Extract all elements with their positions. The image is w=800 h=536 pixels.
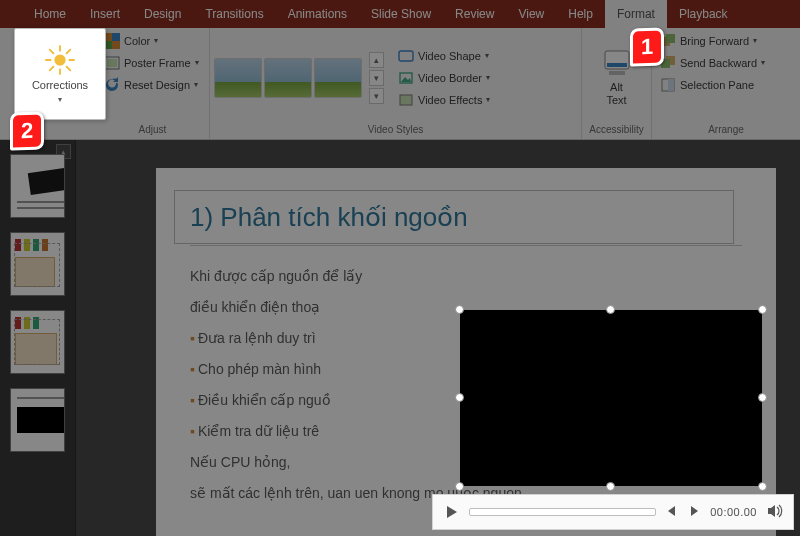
tab-insert[interactable]: Insert: [78, 0, 132, 28]
annotation-badge-1: 1: [630, 28, 666, 68]
tab-view[interactable]: View: [506, 0, 556, 28]
alt-text-icon: [603, 49, 631, 77]
slide-thumbnail[interactable]: [10, 388, 65, 452]
step-back-button[interactable]: [666, 505, 678, 519]
gallery-scroll[interactable]: ▴▾▾: [368, 52, 384, 104]
slide-thumbnails-panel: ▴: [0, 140, 76, 536]
style-preset[interactable]: [314, 58, 362, 98]
svg-rect-1: [112, 33, 120, 41]
tab-design[interactable]: Design: [132, 0, 193, 28]
selection-pane-button[interactable]: Selection Pane: [656, 75, 769, 95]
resize-handle[interactable]: [455, 305, 464, 314]
reset-design-button[interactable]: Reset Design ▾: [100, 75, 203, 95]
reset-design-icon: [104, 77, 120, 93]
resize-handle[interactable]: [606, 305, 615, 314]
resize-handle[interactable]: [758, 393, 767, 402]
svg-line-24: [67, 49, 71, 53]
corrections-icon: [45, 45, 75, 75]
resize-handle[interactable]: [758, 482, 767, 491]
svg-rect-9: [607, 63, 627, 67]
alt-text-label: Alt Text: [606, 81, 626, 105]
video-effects-label: Video Effects: [418, 92, 482, 108]
reset-design-label: Reset Design: [124, 77, 190, 93]
svg-line-23: [67, 66, 71, 70]
group-label-video-styles: Video Styles: [214, 124, 577, 137]
selection-pane-label: Selection Pane: [680, 77, 754, 93]
media-player-bar: 00:00.00: [432, 494, 794, 530]
gallery-more-icon[interactable]: ▾: [369, 88, 384, 104]
video-shape-button[interactable]: Video Shape ▾: [394, 46, 494, 66]
tab-home[interactable]: Home: [22, 0, 78, 28]
tab-slideshow[interactable]: Slide Show: [359, 0, 443, 28]
poster-frame-button[interactable]: Poster Frame ▾: [100, 53, 203, 73]
step-forward-button[interactable]: [688, 505, 700, 519]
svg-rect-10: [609, 71, 625, 75]
tab-playback[interactable]: Playback: [667, 0, 740, 28]
chevron-down-icon: ▾: [753, 33, 757, 49]
chevron-down-icon: ▾: [486, 70, 490, 86]
color-button[interactable]: Color ▾: [100, 31, 203, 51]
video-shape-label: Video Shape: [418, 48, 481, 64]
annotation-badge-2: 2: [10, 112, 46, 152]
chevron-down-icon: ▾: [154, 33, 158, 49]
tab-help[interactable]: Help: [556, 0, 605, 28]
poster-frame-icon: [104, 55, 120, 71]
video-effects-icon: [398, 92, 414, 108]
volume-button[interactable]: [767, 504, 783, 520]
video-border-label: Video Border: [418, 70, 482, 86]
chevron-down-icon: ▾: [486, 92, 490, 108]
selection-pane-icon: [660, 77, 676, 93]
tab-transitions[interactable]: Transitions: [193, 0, 275, 28]
send-backward-button[interactable]: Send Backward ▾: [656, 53, 769, 73]
resize-handle[interactable]: [455, 482, 464, 491]
seek-track[interactable]: [469, 508, 656, 516]
play-button[interactable]: [443, 504, 459, 520]
video-effects-button[interactable]: Video Effects ▾: [394, 90, 494, 110]
gallery-down-icon[interactable]: ▾: [369, 70, 384, 86]
svg-line-22: [50, 49, 54, 53]
group-label-adjust: Adjust: [100, 124, 205, 137]
tab-format[interactable]: Format: [605, 0, 667, 28]
send-backward-label: Send Backward: [680, 55, 757, 71]
group-label-accessibility: Accessibility: [586, 124, 647, 137]
gallery-up-icon[interactable]: ▴: [369, 52, 384, 68]
svg-rect-4: [107, 59, 117, 67]
color-icon: [104, 33, 120, 49]
resize-handle[interactable]: [606, 482, 615, 491]
style-preset[interactable]: [264, 58, 312, 98]
tab-animations[interactable]: Animations: [276, 0, 359, 28]
bring-forward-button[interactable]: Bring Forward ▾: [656, 31, 769, 51]
tab-review[interactable]: Review: [443, 0, 506, 28]
slide-thumbnail[interactable]: [10, 232, 65, 296]
svg-rect-5: [399, 51, 413, 61]
group-label-arrange: Arrange: [656, 124, 796, 137]
slide-thumbnail[interactable]: [10, 154, 65, 218]
ribbon-tabstrip: Home Insert Design Transitions Animation…: [0, 0, 800, 28]
chevron-down-icon: ▾: [194, 77, 198, 93]
video-styles-gallery[interactable]: ▴▾▾: [214, 52, 384, 104]
video-border-button[interactable]: Video Border ▾: [394, 68, 494, 88]
style-preset[interactable]: [214, 58, 262, 98]
chevron-down-icon: ▾: [58, 95, 62, 104]
chevron-down-icon: ▾: [761, 55, 765, 71]
slide-paragraph: Khi được cấp nguồn để lấy: [190, 266, 742, 287]
video-object[interactable]: [460, 310, 762, 486]
chevron-down-icon: ▾: [485, 48, 489, 64]
color-label: Color: [124, 33, 150, 49]
svg-rect-16: [668, 79, 674, 91]
video-shape-icon: [398, 48, 414, 64]
video-border-icon: [398, 70, 414, 86]
resize-handle[interactable]: [455, 393, 464, 402]
svg-rect-12: [666, 34, 675, 43]
resize-handle[interactable]: [758, 305, 767, 314]
poster-frame-label: Poster Frame: [124, 55, 191, 71]
corrections-button[interactable]: Corrections ▾: [14, 28, 106, 120]
svg-rect-7: [400, 95, 412, 105]
title-divider: [190, 245, 742, 246]
title-selection-box[interactable]: [174, 190, 734, 244]
bring-forward-label: Bring Forward: [680, 33, 749, 49]
ribbon: Color ▾ Poster Frame ▾ Reset Design ▾ Ad…: [0, 28, 800, 140]
corrections-label: Corrections: [32, 79, 88, 91]
slide-thumbnail[interactable]: [10, 310, 65, 374]
chevron-down-icon: ▾: [195, 55, 199, 71]
